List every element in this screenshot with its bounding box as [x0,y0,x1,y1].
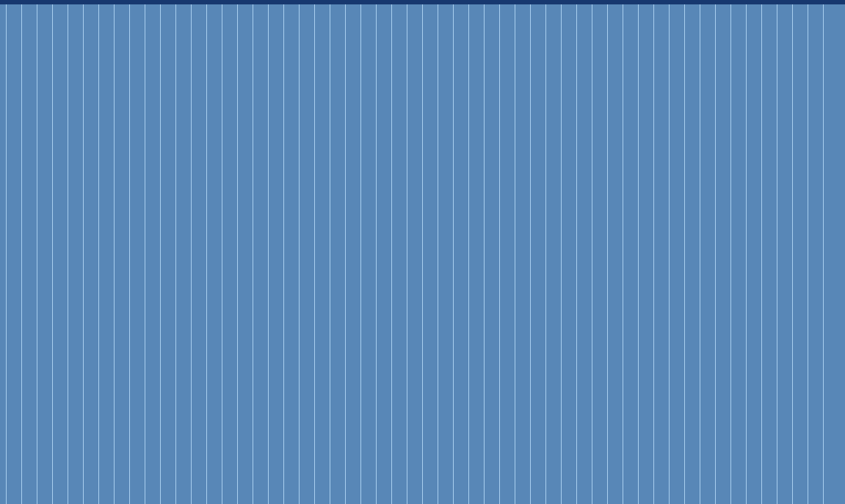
bottom-bar [0,0,845,4]
